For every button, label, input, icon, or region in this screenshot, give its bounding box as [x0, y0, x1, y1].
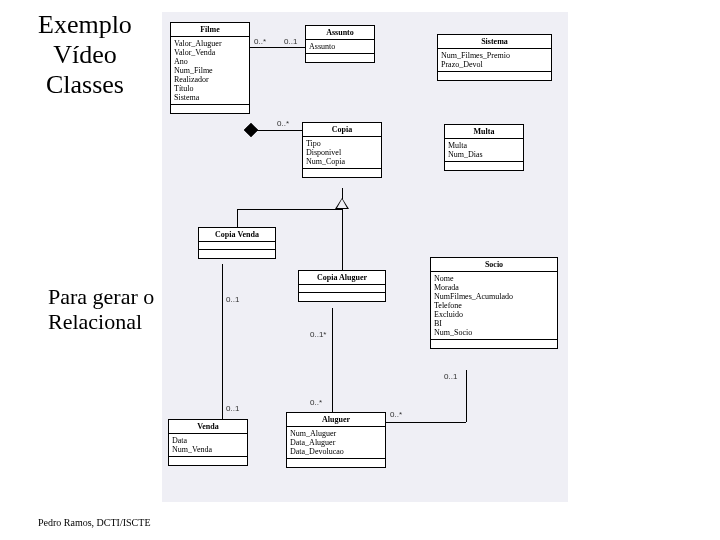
class-venda-name: Venda	[169, 420, 247, 434]
class-multa-ops	[445, 162, 523, 170]
class-copia-ops	[303, 169, 381, 177]
triangle-copia-gen	[335, 198, 349, 209]
class-assunto-ops	[306, 54, 374, 62]
class-multa: Multa Multa Num_Dias	[444, 124, 524, 171]
mult-aluguer-socio-l: 0..*	[390, 410, 402, 419]
subtitle-line-1: Para gerar o	[48, 284, 154, 309]
line-gen-to-cv	[237, 209, 238, 227]
class-socio: Socio Nome Morada NumFilmes_Acumulado Te…	[430, 257, 558, 349]
title-line-1: Exemplo	[38, 10, 132, 40]
class-socio-attrs: Nome Morada NumFilmes_Acumulado Telefone…	[431, 272, 557, 340]
mult-aluguer-socio-r: 0..1	[444, 372, 457, 381]
class-copia-aluguer: Copia Aluguer	[298, 270, 386, 302]
page-title: Exemplo Vídeo Classes	[38, 10, 132, 100]
class-copia-venda-attrs	[199, 242, 275, 250]
class-assunto-name: Assunto	[306, 26, 374, 40]
class-aluguer-ops	[287, 459, 385, 467]
class-copia-venda-name: Copia Venda	[199, 228, 275, 242]
line-aluguer-socio-h	[386, 422, 466, 423]
mult-filme-copia: 0..*	[277, 119, 289, 128]
class-venda-attrs: Data Num_Venda	[169, 434, 247, 457]
class-aluguer-name: Aluguer	[287, 413, 385, 427]
line-gen-to-ca	[342, 209, 343, 270]
class-copia-aluguer-ops	[299, 293, 385, 301]
line-cv-venda	[222, 264, 223, 419]
class-copia-aluguer-name: Copia Aluguer	[299, 271, 385, 285]
page-subtitle: Para gerar o Relacional	[48, 284, 154, 335]
class-filme-attrs: Valor_Aluguer Valor_Venda Ano Num_Filme …	[171, 37, 249, 105]
mult-ca-aluguer-t: 0..1*	[310, 330, 326, 339]
class-sistema-ops	[438, 72, 551, 80]
line-gen-h	[237, 209, 343, 210]
line-aluguer-socio-v	[466, 370, 467, 422]
class-copia-attrs: Tipo Disponivel Num_Copia	[303, 137, 381, 169]
uml-canvas: Filme Valor_Aluguer Valor_Venda Ano Num_…	[162, 12, 568, 502]
class-socio-name: Socio	[431, 258, 557, 272]
title-line-3: Classes	[38, 70, 132, 100]
class-copia: Copia Tipo Disponivel Num_Copia	[302, 122, 382, 178]
class-sistema-attrs: Num_Filmes_Premio Prazo_Devol	[438, 49, 551, 72]
class-sistema-name: Sistema	[438, 35, 551, 49]
line-filme-assunto	[250, 47, 305, 48]
page-footer: Pedro Ramos, DCTI/ISCTE	[38, 517, 151, 528]
subtitle-line-2: Relacional	[48, 309, 154, 334]
class-aluguer: Aluguer Num_Aluguer Data_Aluguer Data_De…	[286, 412, 386, 468]
class-venda: Venda Data Num_Venda	[168, 419, 248, 466]
class-copia-aluguer-attrs	[299, 285, 385, 293]
class-sistema: Sistema Num_Filmes_Premio Prazo_Devol	[437, 34, 552, 81]
mult-ca-aluguer-b: 0..*	[310, 398, 322, 407]
diamond-filme-copia	[244, 123, 258, 137]
class-filme: Filme Valor_Aluguer Valor_Venda Ano Num_…	[170, 22, 250, 114]
class-copia-venda-ops	[199, 250, 275, 258]
class-socio-ops	[431, 340, 557, 348]
class-copia-name: Copia	[303, 123, 381, 137]
class-filme-name: Filme	[171, 23, 249, 37]
class-multa-attrs: Multa Num_Dias	[445, 139, 523, 162]
class-filme-ops	[171, 105, 249, 113]
mult-cv-venda-b: 0..1	[226, 404, 239, 413]
class-copia-venda: Copia Venda	[198, 227, 276, 259]
title-line-2: Vídeo	[38, 40, 132, 70]
mult-filme-assunto-r: 0..1	[284, 37, 297, 46]
mult-filme-assunto-l: 0..*	[254, 37, 266, 46]
class-aluguer-attrs: Num_Aluguer Data_Aluguer Data_Devolucao	[287, 427, 385, 459]
mult-cv-venda-t: 0..1	[226, 295, 239, 304]
class-multa-name: Multa	[445, 125, 523, 139]
class-venda-ops	[169, 457, 247, 465]
line-ca-aluguer	[332, 308, 333, 412]
class-assunto-attrs: Assunto	[306, 40, 374, 54]
class-assunto: Assunto Assunto	[305, 25, 375, 63]
